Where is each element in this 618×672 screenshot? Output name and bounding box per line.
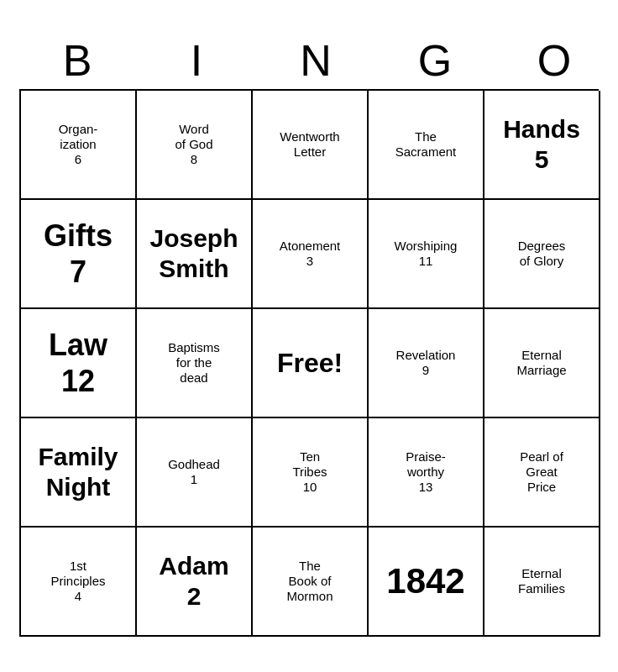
bingo-cell: Baptismsfor thedead (137, 309, 253, 418)
header-letter: O (498, 35, 614, 86)
bingo-cell: Wordof God8 (137, 91, 253, 200)
bingo-cell: Adam2 (137, 528, 253, 637)
bingo-cell: TheBook ofMormon (253, 528, 369, 637)
bingo-cell: FamilyNight (21, 418, 137, 528)
bingo-cell: EternalMarriage (484, 309, 600, 418)
bingo-cell: TenTribes10 (253, 418, 369, 528)
bingo-grid: Organ-ization6Wordof God8WentworthLetter… (19, 89, 599, 637)
bingo-cell: Gifts7 (21, 200, 137, 309)
bingo-cell: WentworthLetter (253, 91, 369, 200)
bingo-header: BINGO (19, 35, 615, 86)
bingo-card: BINGO Organ-ization6Wordof God8Wentworth… (11, 27, 607, 645)
bingo-cell: Revelation9 (369, 309, 484, 418)
bingo-cell: Organ-ization6 (21, 91, 137, 200)
header-letter: N (259, 35, 375, 86)
bingo-cell: Praise-worthy13 (369, 418, 484, 528)
header-letter: G (379, 35, 495, 86)
bingo-cell: Worshiping11 (369, 200, 484, 309)
bingo-cell: Free! (253, 309, 369, 418)
bingo-cell: Hands5 (484, 91, 600, 200)
bingo-cell: TheSacrament (369, 91, 484, 200)
bingo-cell: Godhead1 (137, 418, 253, 528)
bingo-cell: Atonement3 (253, 200, 369, 309)
header-letter: I (140, 35, 256, 86)
bingo-cell: 1stPrinciples4 (21, 528, 137, 637)
bingo-cell: EternalFamilies (484, 528, 600, 637)
bingo-cell: Pearl ofGreatPrice (484, 418, 600, 528)
header-letter: B (21, 35, 137, 86)
bingo-cell: Law12 (21, 309, 137, 418)
bingo-cell: 1842 (369, 528, 484, 637)
bingo-cell: JosephSmith (137, 200, 253, 309)
bingo-cell: Degreesof Glory (484, 200, 600, 309)
